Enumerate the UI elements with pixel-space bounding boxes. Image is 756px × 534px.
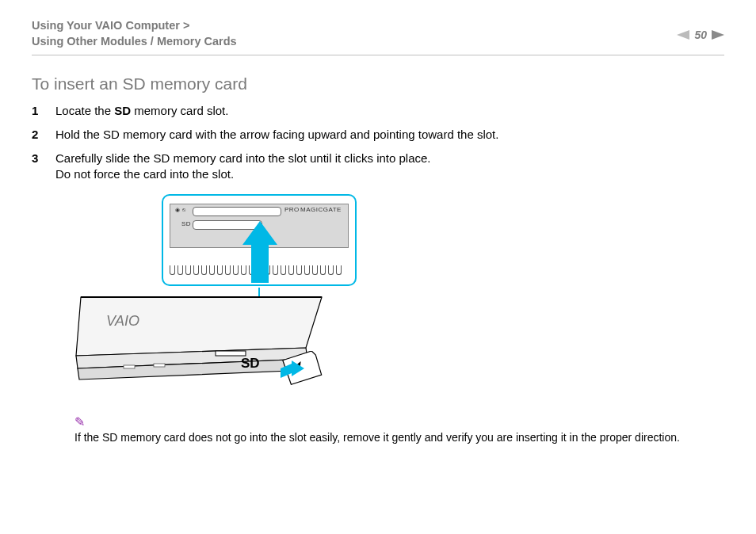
detail-callout: ◉ ⎋ PRO MAGICGATE SD — [162, 194, 357, 286]
breadcrumb: Using Your VAIO Computer > Using Other M… — [32, 17, 237, 50]
page-root: Using Your VAIO Computer > Using Other M… — [0, 0, 756, 534]
page-nav: 50 — [677, 17, 724, 41]
sd-slot-label: SD — [181, 220, 191, 227]
illustration: ◉ ⎋ PRO MAGICGATE SD — [74, 194, 407, 400]
step-text: Hold the SD memory card with the arrow f… — [55, 127, 724, 143]
sd-card-label: SD — [241, 356, 260, 372]
step-text: Carefully slide the SD memory card into … — [55, 151, 724, 183]
step-number: 1 — [32, 103, 41, 119]
svg-rect-7 — [154, 364, 165, 367]
breadcrumb-line-1: Using Your VAIO Computer > — [32, 17, 237, 33]
svg-marker-1 — [712, 30, 724, 40]
content-area: To insert an SD memory card 1 Locate the… — [32, 55, 724, 444]
memorystick-slot — [193, 207, 281, 216]
indicator-icons: ◉ ⎋ — [175, 207, 185, 213]
page-header: Using Your VAIO Computer > Using Other M… — [32, 17, 724, 50]
step-number: 2 — [32, 127, 41, 143]
breadcrumb-line-2: Using Other Modules / Memory Cards — [32, 33, 237, 49]
steps-list: 1 Locate the SD memory card slot. 2 Hold… — [32, 103, 724, 183]
sd-card-icon — [277, 351, 314, 378]
pencil-note-icon: ✎ — [74, 414, 724, 429]
insert-arrow-icon — [242, 221, 277, 283]
step-item: 3 Carefully slide the SD memory card int… — [32, 151, 724, 183]
prev-page-arrow-icon[interactable] — [677, 30, 689, 40]
note-block: ✎ If the SD memory card does not go into… — [74, 414, 724, 444]
section-title: To insert an SD memory card — [32, 74, 724, 93]
pro-label: PRO — [284, 206, 300, 213]
step-item: 2 Hold the SD memory card with the arrow… — [32, 127, 724, 143]
note-text: If the SD memory card does not go into t… — [74, 431, 680, 444]
step-item: 1 Locate the SD memory card slot. — [32, 103, 724, 119]
magicgate-label: MAGICGATE — [300, 206, 342, 213]
next-page-arrow-icon[interactable] — [712, 30, 724, 40]
step-text: Locate the SD memory card slot. — [55, 103, 724, 119]
vaio-logo: VAIO — [106, 313, 139, 329]
page-number: 50 — [694, 29, 707, 41]
step-number: 3 — [32, 151, 41, 166]
svg-marker-0 — [677, 30, 689, 40]
svg-rect-8 — [124, 365, 135, 368]
